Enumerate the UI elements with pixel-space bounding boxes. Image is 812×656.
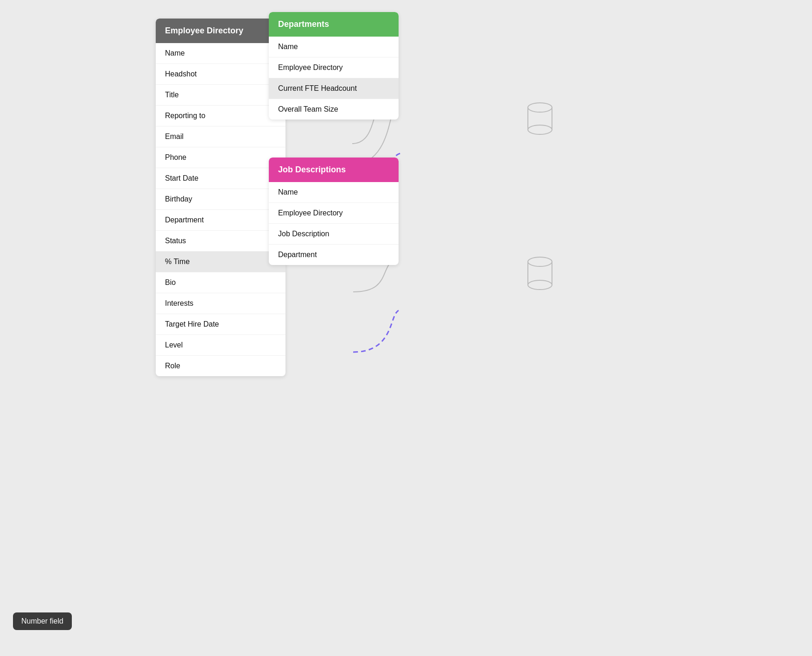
svg-point-3 (528, 125, 552, 134)
dept-field-overall-team-size[interactable]: Overall Team Size (269, 99, 399, 120)
field-role[interactable]: Role (156, 356, 285, 376)
field-start-date[interactable]: Start Date (156, 168, 285, 189)
field-headshot[interactable]: Headshot (156, 64, 285, 85)
departments-header: Departments (269, 12, 399, 37)
svg-point-0 (528, 103, 552, 112)
field-target-hire-date[interactable]: Target Hire Date (156, 314, 285, 335)
dept-field-name[interactable]: Name (269, 37, 399, 57)
job-descriptions-table: Job Descriptions Name Employee Directory… (269, 158, 399, 265)
jd-field-department[interactable]: Department (269, 245, 399, 265)
field-phone[interactable]: Phone (156, 147, 285, 168)
svg-point-4 (528, 257, 552, 266)
field-pct-time[interactable]: % Time (156, 252, 285, 272)
departments-table: Departments Name Employee Directory Curr… (269, 12, 399, 120)
field-reporting-to[interactable]: Reporting to (156, 106, 285, 126)
field-status[interactable]: Status (156, 231, 285, 252)
employee-directory-header: Employee Directory (156, 19, 285, 43)
employee-directory-table: Employee Directory Name Headshot Title R… (156, 19, 285, 376)
field-department[interactable]: Department (156, 210, 285, 231)
svg-point-7 (528, 280, 552, 290)
field-level[interactable]: Level (156, 335, 285, 356)
field-birthday[interactable]: Birthday (156, 189, 285, 210)
jd-field-name[interactable]: Name (269, 182, 399, 203)
field-name[interactable]: Name (156, 43, 285, 64)
field-email[interactable]: Email (156, 126, 285, 147)
field-title[interactable]: Title (156, 85, 285, 106)
job-descriptions-header: Job Descriptions (269, 158, 399, 182)
dept-field-employee-directory[interactable]: Employee Directory (269, 57, 399, 78)
jd-field-job-description[interactable]: Job Description (269, 224, 399, 245)
field-interests[interactable]: Interests (156, 293, 285, 314)
number-field-tooltip: Number field (13, 612, 72, 630)
field-bio[interactable]: Bio (156, 272, 285, 293)
jd-field-employee-directory[interactable]: Employee Directory (269, 203, 399, 224)
dept-field-fte-headcount[interactable]: Current FTE Headcount (269, 78, 399, 99)
